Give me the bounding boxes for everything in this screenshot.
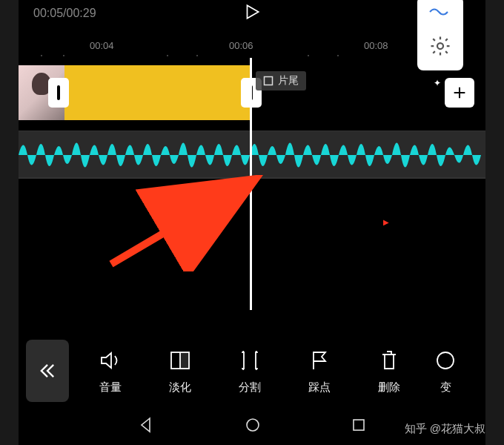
trailer-label: 片尾 [278,74,299,88]
chevron-double-left-icon [37,360,58,381]
timeline[interactable]: 片尾 ✦ ▶ [19,58,485,325]
audio-track[interactable] [19,131,485,178]
ruler-tick: 00:06 [229,40,253,51]
watermark: 知乎 @花猫大叔 [405,422,485,436]
timecode: 00:05/00:29 [33,7,96,20]
svg-rect-5 [180,352,189,369]
empty-track[interactable] [19,178,485,303]
tool-delete[interactable]: 删除 [361,348,417,395]
clip-body [64,65,250,120]
back-button[interactable] [26,340,69,402]
time-ruler[interactable]: 00:04 00:06 00:08 [19,34,485,58]
play-marker-icon: ▶ [383,218,389,226]
tool-label: 踩点 [308,380,331,395]
tool-split[interactable]: 分割 [222,348,278,395]
playhead[interactable] [250,58,252,310]
app-frame: 00:05/00:29 00:04 00:06 00:08 [19,0,485,445]
tool-label: 变 [440,380,451,395]
nav-home-icon[interactable] [245,417,261,436]
video-track[interactable]: 片尾 ✦ [19,58,485,125]
tool-volume[interactable]: 音量 [82,348,139,395]
tool-label: 分割 [239,380,261,395]
add-clip-button[interactable] [445,78,474,108]
clip-handle-left[interactable] [48,78,69,108]
search-icon[interactable] [429,5,451,22]
tool-fade[interactable]: 淡化 [152,348,208,395]
trash-icon [379,348,399,373]
svg-rect-1 [265,77,273,85]
audio-waveform [19,137,485,173]
edit-toolbar: 音量 淡化 分割 [19,334,485,408]
tool-label: 淡化 [169,380,191,395]
sparkle-icon: ✦ [434,78,441,88]
ruler-tick: 00:04 [90,40,114,51]
ruler-tick: 00:08 [364,40,388,51]
speed-icon [435,348,456,373]
svg-point-6 [437,352,454,369]
flag-icon [310,348,329,373]
gear-icon[interactable] [429,35,451,60]
split-icon [239,348,260,373]
tool-label: 音量 [99,380,122,395]
svg-rect-8 [354,420,364,430]
svg-point-7 [247,419,259,431]
player-header: 00:05/00:29 [19,0,485,27]
tool-beat[interactable]: 踩点 [291,348,348,395]
volume-icon [99,348,122,373]
tool-speed[interactable]: 变 [431,348,460,395]
play-button[interactable] [242,2,262,24]
square-icon [263,76,273,86]
nav-recent-icon[interactable] [351,418,366,435]
nav-back-icon[interactable] [138,417,154,436]
fade-icon [169,348,191,373]
tools-panel [417,0,463,70]
tool-label: 删除 [378,380,400,395]
trailer-tag[interactable]: 片尾 [256,71,306,90]
svg-point-0 [437,43,443,49]
